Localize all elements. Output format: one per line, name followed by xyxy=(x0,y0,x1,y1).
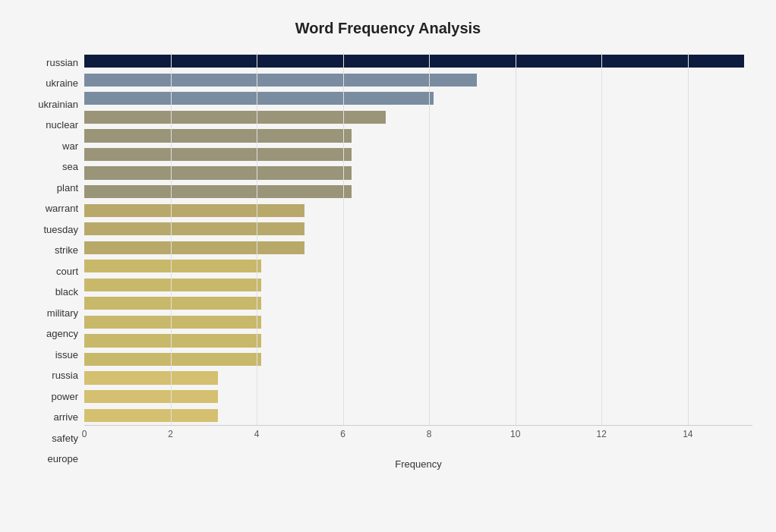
bar xyxy=(84,166,352,179)
chart-container: Word Frequency Analysis russianukraineuk… xyxy=(8,5,768,528)
y-label: nuclear xyxy=(46,120,78,130)
y-label: black xyxy=(55,287,78,297)
y-label: power xyxy=(52,392,78,401)
grid-line xyxy=(429,52,430,425)
bar xyxy=(84,241,304,254)
grid-line xyxy=(257,52,257,425)
bar-row xyxy=(84,406,752,425)
grid-line xyxy=(516,52,516,425)
bar xyxy=(84,222,304,235)
bar xyxy=(84,260,261,272)
bar-row xyxy=(84,219,752,238)
y-label: court xyxy=(56,266,78,276)
bar xyxy=(84,316,261,329)
y-label: tuesday xyxy=(43,225,78,235)
bar xyxy=(84,148,352,161)
y-label: issue xyxy=(55,350,78,360)
x-tick: 4 xyxy=(254,429,260,439)
bar-row xyxy=(84,164,752,183)
bar-row xyxy=(84,145,752,164)
bar-row xyxy=(84,201,752,220)
bar xyxy=(84,204,304,217)
bar-row xyxy=(84,387,752,406)
grid-line xyxy=(688,52,689,425)
x-tick: 10 xyxy=(510,429,520,439)
bar-row xyxy=(84,294,752,313)
y-label: war xyxy=(62,141,78,151)
bar xyxy=(84,92,434,105)
bar-row xyxy=(84,52,752,71)
y-label: ukraine xyxy=(46,78,78,88)
y-axis: russianukraineukrainiannuclearwarseaplan… xyxy=(24,52,84,470)
axis-line xyxy=(84,425,752,426)
y-label: strike xyxy=(55,245,78,255)
bar xyxy=(84,334,261,347)
bar-rows xyxy=(84,52,752,425)
y-label: agency xyxy=(46,329,78,338)
bar-row xyxy=(84,238,752,257)
chart-area: russianukraineukrainiannuclearwarseaplan… xyxy=(24,52,752,470)
y-label: military xyxy=(47,308,78,318)
bar-row xyxy=(84,108,752,127)
bar-row xyxy=(84,71,752,90)
bar-row xyxy=(84,182,752,201)
x-axis: 02468101214 xyxy=(84,425,752,455)
bar xyxy=(84,371,218,384)
bars-section xyxy=(84,52,752,425)
y-label: arrive xyxy=(53,412,78,422)
x-tick: 2 xyxy=(168,429,173,439)
x-tick: 6 xyxy=(340,429,345,439)
bar xyxy=(84,279,261,291)
x-tick: 14 xyxy=(683,429,692,439)
x-tick: 12 xyxy=(597,429,607,439)
bar-row xyxy=(84,127,752,146)
y-label: russian xyxy=(46,58,78,68)
x-axis-label: Frequency xyxy=(84,458,752,470)
x-tick: 0 xyxy=(82,429,87,439)
bar xyxy=(84,390,218,403)
bar xyxy=(84,353,261,366)
grid-line xyxy=(343,52,344,425)
bar xyxy=(84,55,744,68)
bar xyxy=(84,409,218,422)
y-label: ukrainian xyxy=(38,99,78,109)
bar xyxy=(84,74,477,87)
bar-row xyxy=(84,275,752,294)
bar xyxy=(84,111,386,124)
y-label: warrant xyxy=(46,203,78,213)
grid-line xyxy=(171,52,172,425)
bar-row xyxy=(84,369,752,388)
y-label: plant xyxy=(57,183,78,193)
bar xyxy=(84,185,352,198)
bar xyxy=(84,129,352,142)
bar xyxy=(84,297,261,310)
bar-row xyxy=(84,257,752,276)
bar-row xyxy=(84,90,752,109)
y-label: sea xyxy=(62,162,78,172)
y-label: safety xyxy=(52,433,78,443)
bar-row xyxy=(84,350,752,369)
bar-row xyxy=(84,332,752,351)
grid-line xyxy=(601,52,602,425)
chart-title: Word Frequency Analysis xyxy=(24,20,752,37)
bar-row xyxy=(84,313,752,332)
y-label: europe xyxy=(48,454,78,464)
x-tick: 8 xyxy=(427,429,432,439)
y-label: russia xyxy=(52,370,78,380)
bars-and-xaxis: 02468101214 Frequency xyxy=(84,52,752,470)
